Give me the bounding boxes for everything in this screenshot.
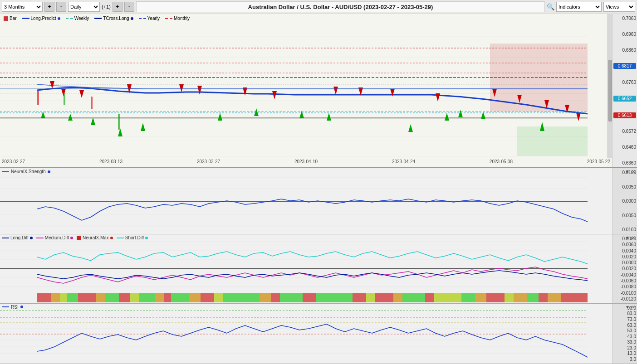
longpredict-line-icon xyxy=(22,18,29,19)
price-x-axis: 2023-02-27 2023-03-13 2023-03-27 2023-04… xyxy=(0,158,612,167)
neuralx-title: NeuralX.Strength xyxy=(2,169,50,174)
svg-marker-21 xyxy=(141,123,145,131)
search-btn[interactable]: 🔍 xyxy=(547,3,554,10)
neuralx-panel: NeuralX.Strength ▼ ✕ 0.0100 0.0050 0.000… xyxy=(0,168,637,234)
ny-0000: 0.0000 xyxy=(613,199,636,204)
legend-longpredict: Long.Predict xyxy=(22,16,60,21)
diff-y-axis: 0.0080 0.0060 0.0040 0.0020 0.0000 -0.00… xyxy=(612,234,637,303)
longpredict-dot xyxy=(58,17,60,20)
x-label-0508: 2023-05-08 xyxy=(490,159,513,166)
svg-rect-87 xyxy=(316,293,353,302)
dy-0040: 0.0040 xyxy=(613,248,636,253)
dy-0020: 0.0020 xyxy=(613,254,636,259)
diff-collapse-btn[interactable]: ▼ xyxy=(625,235,630,240)
svg-rect-71 xyxy=(96,293,105,302)
price-chart: Bar Long.Predict Weekly TCross.Long Year… xyxy=(0,14,637,168)
neuralx-svg xyxy=(0,168,612,235)
legend-neuralxmax: NeuralX.Max xyxy=(77,235,113,240)
shortdiff-label: Short.Diff xyxy=(125,235,144,240)
legend-mediumdiff: Medium.Diff xyxy=(36,235,73,240)
period-select[interactable]: 3 Months 1 Month 6 Months 1 Year xyxy=(2,2,43,12)
ry-23: 23.0 xyxy=(613,345,636,350)
ry-3: 3.0 xyxy=(613,357,636,362)
y-label-6960: 0.6960 xyxy=(613,32,636,37)
tcrosslong-line-icon xyxy=(94,18,102,19)
svg-rect-101 xyxy=(539,293,548,302)
x-label-0424: 2023-04-24 xyxy=(392,159,415,166)
views-select[interactable]: Views xyxy=(603,2,635,12)
y-label-6460: 0.6460 xyxy=(613,145,636,150)
scrollbar-thumb[interactable] xyxy=(608,60,612,121)
plus1-label: (+1) xyxy=(102,4,111,10)
offset-minus-btn[interactable]: - xyxy=(124,2,134,12)
legend-tcrosslong: TCross.Long xyxy=(94,16,133,21)
tcrosslong-dot xyxy=(131,17,133,20)
y-label-6360: 0.6360 xyxy=(613,160,636,165)
longdiff-label: Long.Diff xyxy=(10,235,29,240)
price-y-axis: 0.7060 0.6960 0.6860 0.6817 0.6760 0.665… xyxy=(612,14,637,167)
svg-rect-78 xyxy=(171,293,189,302)
x-label-0313: 2023-03-13 xyxy=(99,159,122,166)
svg-rect-102 xyxy=(548,293,561,302)
svg-marker-19 xyxy=(91,117,95,125)
svg-rect-86 xyxy=(303,293,316,302)
legend-longpredict-label: Long.Predict xyxy=(31,16,56,21)
neuralxmax-dot xyxy=(110,237,113,239)
dy-0000: 0.0000 xyxy=(613,260,636,265)
toolbar: 3 Months 1 Month 6 Months 1 Year + - Dai… xyxy=(0,0,637,14)
diff-svg xyxy=(0,234,612,305)
svg-rect-70 xyxy=(78,293,96,302)
svg-rect-92 xyxy=(402,293,425,302)
svg-rect-89 xyxy=(366,293,375,302)
ry-53: 53.0 xyxy=(613,328,636,333)
mediumdiff-label: Medium.Diff xyxy=(45,235,69,240)
svg-rect-103 xyxy=(561,293,573,302)
ny-0050: 0.0050 xyxy=(613,184,636,189)
longdiff-dot xyxy=(30,237,33,239)
legend-monthly-label: Monthly xyxy=(174,16,190,21)
svg-rect-66 xyxy=(37,293,51,302)
legend-weekly: Weekly xyxy=(66,16,89,21)
svg-rect-91 xyxy=(393,293,402,302)
neuralx-close-btn[interactable]: ✕ xyxy=(632,169,635,174)
period-plus-btn[interactable]: + xyxy=(44,2,54,12)
y-label-6572: 0.6572 xyxy=(613,129,636,134)
svg-rect-73 xyxy=(119,293,130,302)
ry-43: 43.0 xyxy=(613,334,636,339)
yearly-line-icon xyxy=(139,18,146,19)
rsi-collapse-btn[interactable]: ▼ xyxy=(625,305,630,310)
legend-shortdiff: Short.Diff xyxy=(117,235,148,240)
rsi-y-axis: 93.0 83.0 73.0 63.0 53.0 43.0 33.0 23.0 … xyxy=(612,304,637,364)
y-label-6760: 0.6760 xyxy=(613,80,636,85)
diff-close-btn[interactable]: ✕ xyxy=(632,235,635,240)
svg-rect-97 xyxy=(486,293,505,302)
neuralx-collapse-btn[interactable]: ▼ xyxy=(625,169,630,174)
ry-83: 83.0 xyxy=(613,311,636,316)
svg-marker-25 xyxy=(327,113,331,121)
svg-marker-28 xyxy=(458,110,463,117)
dy-n0040: -0.0040 xyxy=(613,272,636,277)
mediumdiff-line-icon xyxy=(36,238,44,238)
mediumdiff-dot xyxy=(70,237,73,239)
price-scrollbar[interactable] xyxy=(608,14,612,167)
svg-rect-77 xyxy=(164,293,171,302)
ry-73: 73.0 xyxy=(613,317,636,322)
indicators-select[interactable]: Indicators xyxy=(556,2,602,12)
svg-rect-90 xyxy=(375,293,393,302)
rsi-close-btn[interactable]: ✕ xyxy=(632,305,635,310)
dy-n0120: -0.0120 xyxy=(613,296,636,301)
period-minus-btn[interactable]: - xyxy=(56,2,66,12)
svg-rect-95 xyxy=(461,293,475,302)
svg-marker-39 xyxy=(333,87,338,95)
y-label-6652: 0.6652 xyxy=(613,96,636,102)
svg-rect-96 xyxy=(475,293,486,302)
interval-select[interactable]: Daily Weekly Monthly xyxy=(68,2,100,12)
offset-plus-btn[interactable]: + xyxy=(113,2,122,12)
legend-bar-label: Bar xyxy=(10,16,17,21)
svg-rect-84 xyxy=(271,293,280,302)
neuralx-y-axis: 0.0100 0.0050 0.0000 -0.0050 -0.0100 xyxy=(612,168,637,234)
bar-icon xyxy=(4,16,8,21)
ry-63: 63.0 xyxy=(613,323,636,328)
ry-33: 33.0 xyxy=(613,340,636,345)
rsi-title-label: RSI xyxy=(11,305,19,310)
